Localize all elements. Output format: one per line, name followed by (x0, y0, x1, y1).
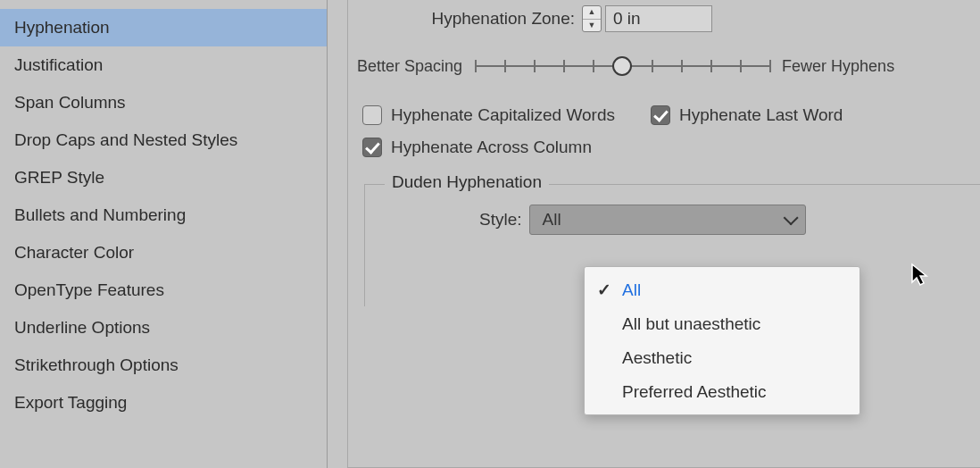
checkbox-label: Hyphenate Capitalized Words (391, 105, 615, 125)
sidebar-item-bullets-numbering[interactable]: Bullets and Numbering (0, 196, 327, 234)
sidebar-item-label: Character Color (14, 243, 134, 262)
sidebar-item-strikethrough-options[interactable]: Strikethrough Options (0, 347, 327, 384)
sidebar-item-label: GREP Style (14, 168, 104, 187)
sidebar-item-label: Bullets and Numbering (14, 205, 186, 224)
sidebar-item-label: Hyphenation (14, 18, 110, 37)
sidebar-item-label: Justification (14, 55, 103, 74)
stepper-up-icon[interactable]: ▲ (583, 6, 601, 20)
hyphenate-last-word-checkbox[interactable]: Hyphenate Last Word (651, 105, 843, 125)
slider-tick (740, 60, 742, 72)
duden-style-dropdown: ✓ All All but unaesthetic Aesthetic Pref… (584, 266, 860, 415)
stepper-down-icon[interactable]: ▼ (583, 20, 601, 32)
duden-legend: Duden Hyphenation (385, 172, 549, 192)
slider-better-spacing-label: Better Spacing (357, 57, 462, 76)
slider-tick (534, 60, 536, 72)
hyphenate-capitalized-checkbox[interactable]: Hyphenate Capitalized Words (362, 105, 615, 125)
hyphenation-zone-stepper[interactable]: ▲ ▼ (582, 5, 602, 32)
sidebar-item-hyphenation[interactable]: Hyphenation (0, 9, 327, 46)
slider-thumb[interactable] (612, 56, 632, 76)
slider-tick (769, 60, 771, 72)
hyphenation-zone-label: Hyphenation Zone: (370, 9, 582, 29)
dropdown-option-label: Aesthetic (622, 348, 692, 368)
dropdown-option-label: All but unaesthetic (622, 314, 760, 334)
sidebar-item-justification[interactable]: Justification (0, 46, 327, 84)
hyphenation-zone-input[interactable] (605, 5, 712, 32)
sidebar-item-span-columns[interactable]: Span Columns (0, 84, 327, 121)
slider-tick (504, 60, 506, 72)
dropdown-option-aesthetic[interactable]: Aesthetic (585, 341, 860, 375)
sidebar-item-label: OpenType Features (14, 280, 164, 299)
duden-style-label: Style: (479, 210, 529, 230)
sidebar-item-label: Strikethrough Options (14, 355, 179, 374)
checkbox-label: Hyphenate Across Column (391, 138, 592, 157)
slider-fewer-hyphens-label: Fewer Hyphens (782, 57, 894, 76)
slider-tick (563, 60, 565, 72)
slider-tick (475, 60, 477, 72)
sidebar-item-export-tagging[interactable]: Export Tagging (0, 384, 327, 422)
sidebar-item-label: Drop Caps and Nested Styles (14, 130, 237, 149)
slider-tick (681, 60, 683, 72)
hyphenation-slider[interactable] (475, 52, 769, 80)
slider-tick (652, 60, 653, 72)
dropdown-option-preferred-aesthetic[interactable]: Preferred Aesthetic (585, 375, 860, 409)
duden-style-select[interactable]: All (529, 205, 806, 235)
chevron-down-icon (783, 210, 798, 225)
dropdown-option-all[interactable]: ✓ All (585, 272, 860, 307)
sidebar-item-label: Export Tagging (14, 393, 127, 412)
sidebar-item-grep-style[interactable]: GREP Style (0, 159, 327, 196)
sidebar-item-label: Underline Options (14, 318, 150, 337)
hyphenate-across-column-checkbox[interactable]: Hyphenate Across Column (362, 138, 592, 157)
slider-tick (710, 60, 712, 72)
slider-tick (593, 60, 594, 72)
check-icon: ✓ (597, 280, 613, 300)
checkbox-label: Hyphenate Last Word (679, 105, 843, 125)
checkbox-icon (362, 105, 382, 125)
sidebar-item-character-color[interactable]: Character Color (0, 234, 327, 272)
dropdown-option-label: Preferred Aesthetic (622, 382, 767, 402)
sidebar-item-drop-caps[interactable]: Drop Caps and Nested Styles (0, 121, 327, 159)
sidebar-item-underline-options[interactable]: Underline Options (0, 309, 327, 347)
checkbox-icon (651, 105, 670, 125)
sidebar-item-label: Span Columns (14, 93, 126, 112)
checkbox-icon (362, 138, 382, 157)
select-value: All (543, 210, 561, 230)
dropdown-option-label: All (622, 280, 641, 300)
sidebar: Hyphenation Justification Span Columns D… (0, 0, 328, 468)
sidebar-item-opentype-features[interactable]: OpenType Features (0, 272, 327, 309)
dropdown-option-all-but-unaesthetic[interactable]: All but unaesthetic (585, 307, 860, 341)
